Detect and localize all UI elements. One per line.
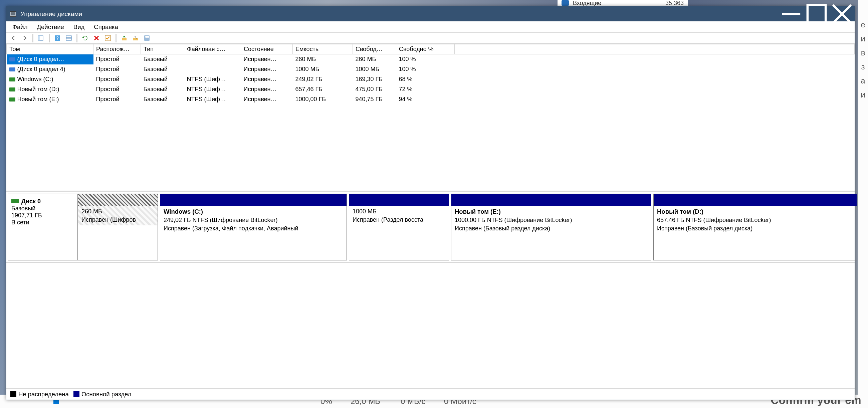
- disk-layout-pane[interactable]: Диск 0 Базовый 1907,71 ГБ В сети 260 МБИ…: [6, 192, 855, 263]
- disk-management-window: Управление дисками Файл Действие Вид Спр…: [6, 6, 855, 400]
- legend-bar: Не распределена Основной раздел: [6, 388, 855, 400]
- app-icon: [10, 11, 17, 17]
- svg-rect-10: [145, 36, 149, 40]
- separator: [76, 34, 78, 42]
- table-row[interactable]: (Диск 0 раздел 4)ПростойБазовыйИсправен……: [7, 64, 855, 74]
- up-arrow-icon[interactable]: [120, 34, 128, 42]
- col-layout[interactable]: Располож…: [93, 44, 141, 55]
- menubar: Файл Действие Вид Справка: [6, 21, 855, 33]
- partition[interactable]: Windows (C:)249,02 ГБ NTFS (Шифрование B…: [160, 194, 347, 260]
- svg-rect-2: [38, 36, 40, 40]
- right-edge-decor: еивзаи: [858, 0, 868, 408]
- minimize-button[interactable]: [778, 6, 804, 21]
- col-type[interactable]: Тип: [141, 44, 184, 55]
- search-icon[interactable]: [131, 34, 140, 42]
- show-hide-tree-icon[interactable]: [37, 34, 45, 42]
- table-row[interactable]: (Диск 0 раздел…ПростойБазовыйИсправен…26…: [7, 55, 855, 64]
- properties-icon[interactable]: [143, 34, 151, 42]
- volumes-list[interactable]: Том Располож… Тип Файловая с… Состояние …: [6, 44, 855, 192]
- delete-icon[interactable]: [92, 34, 101, 42]
- svg-text:?: ?: [56, 35, 59, 41]
- maximize-button[interactable]: [804, 6, 829, 21]
- partition[interactable]: 260 МБИсправен (Шифров: [78, 194, 158, 260]
- refresh-icon[interactable]: [81, 34, 90, 42]
- toolbar: ?: [6, 33, 855, 44]
- separator: [116, 34, 117, 42]
- help-icon[interactable]: ?: [53, 34, 62, 42]
- svg-rect-5: [66, 36, 71, 40]
- settings-list-icon[interactable]: [64, 34, 73, 42]
- col-freepct[interactable]: Свободно %: [396, 44, 455, 55]
- table-row[interactable]: Новый том (D:)ПростойБазовыйNTFS (Шиф…Ис…: [7, 85, 855, 94]
- background-mail-fragment: Входящие35 363: [558, 0, 688, 6]
- disk-header[interactable]: Диск 0 Базовый 1907,71 ГБ В сети: [8, 194, 78, 260]
- col-capacity[interactable]: Емкость: [293, 44, 353, 55]
- legend-unallocated: Не распределена: [18, 390, 69, 398]
- close-button[interactable]: [829, 6, 855, 21]
- svg-rect-0: [808, 5, 826, 23]
- disk-name: Диск 0: [21, 198, 41, 205]
- svg-rect-7: [122, 38, 127, 40]
- disk-size: 1907,71 ГБ: [11, 212, 74, 219]
- empty-space: [6, 263, 855, 388]
- disk-status: В сети: [11, 219, 74, 226]
- titlebar[interactable]: Управление дисками: [6, 6, 855, 21]
- separator: [32, 34, 33, 42]
- col-free[interactable]: Свобод…: [353, 44, 396, 55]
- legend-primary: Основной раздел: [82, 390, 131, 398]
- column-headers[interactable]: Том Располож… Тип Файловая с… Состояние …: [7, 44, 855, 55]
- table-row[interactable]: Новый том (E:)ПростойБазовыйNTFS (Шиф…Ис…: [7, 94, 855, 104]
- apply-icon[interactable]: [103, 34, 112, 42]
- menu-action[interactable]: Действие: [33, 22, 68, 32]
- menu-file[interactable]: Файл: [9, 22, 32, 32]
- swatch-primary: [73, 391, 80, 397]
- svg-point-11: [146, 36, 147, 37]
- window-title: Управление дисками: [20, 10, 82, 18]
- partition[interactable]: Новый том (E:)1000,00 ГБ NTFS (Шифровани…: [451, 194, 651, 260]
- partition[interactable]: Новый том (D:)657,46 ГБ NTFS (Шифрование…: [653, 194, 857, 260]
- separator: [49, 34, 50, 42]
- table-row[interactable]: Windows (C:)ПростойБазовыйNTFS (Шиф…Испр…: [7, 74, 855, 85]
- back-button[interactable]: [9, 34, 18, 42]
- menu-view[interactable]: Вид: [70, 22, 89, 32]
- forward-button[interactable]: [20, 34, 29, 42]
- disk-icon: [11, 199, 19, 203]
- col-volume[interactable]: Том: [7, 44, 93, 55]
- svg-rect-8: [133, 38, 138, 40]
- col-fs[interactable]: Файловая с…: [184, 44, 241, 55]
- swatch-unallocated: [10, 391, 17, 397]
- col-state[interactable]: Состояние: [241, 44, 293, 55]
- menu-help[interactable]: Справка: [90, 22, 123, 32]
- disk-kind: Базовый: [11, 205, 74, 212]
- partition[interactable]: 1000 МБИсправен (Раздел восста: [349, 194, 449, 260]
